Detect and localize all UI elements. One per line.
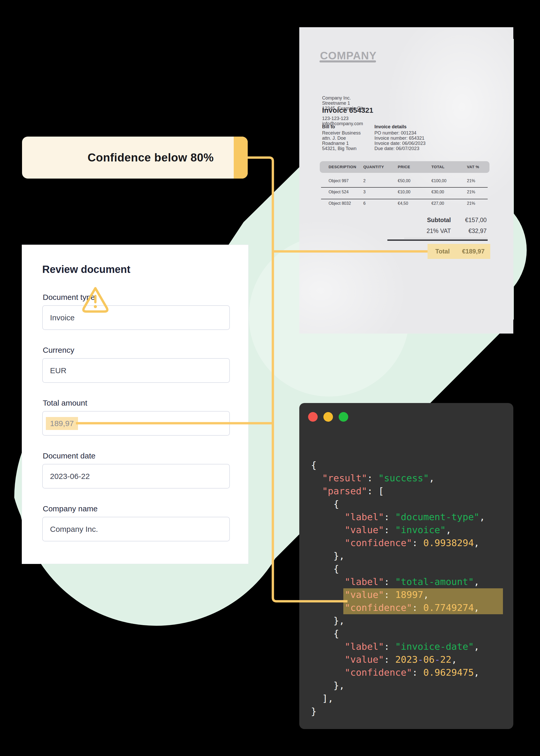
table-cell: 3	[363, 190, 366, 194]
code-token: },	[311, 550, 344, 561]
code-token: ,	[451, 654, 457, 665]
code-token: 2023	[395, 654, 418, 665]
field-input-document-date[interactable]: 2023-06-22	[42, 464, 230, 489]
code-token: "label"	[344, 641, 384, 652]
bill-to-line: 54321, Big Town	[322, 146, 361, 151]
code-line: },	[311, 614, 485, 627]
zoom-window-icon[interactable]	[339, 412, 348, 422]
table-cell: Object 8032	[329, 201, 351, 206]
code-token: "invoice"	[395, 525, 446, 535]
field-label: Company name	[43, 504, 98, 513]
table-cell: 21%	[467, 179, 475, 183]
code-token: "confidence"	[344, 537, 412, 548]
table-header-cell: TOTAL	[431, 165, 445, 169]
code-line-highlighted: "value": 18997,	[311, 588, 485, 601]
invoice-number-title: Invoice 654321	[322, 106, 373, 114]
total-highlight: Total €189,97	[428, 244, 490, 259]
table-header-cell: DESCRIPTION	[329, 165, 356, 169]
code-line: ],	[311, 692, 485, 705]
code-line: "confidence": 0.9629475,	[311, 666, 485, 679]
invoice-details-line: PO number: 001234	[374, 130, 426, 136]
code-token: ,	[429, 473, 435, 483]
subtotal-value: €157,00	[465, 217, 486, 224]
bill-to-line: attn. J. Doe	[322, 136, 361, 141]
field-value: Company Inc.	[50, 525, 98, 533]
field-input-total-amount[interactable]: 189,97	[42, 411, 230, 436]
code-token: "confidence"	[344, 602, 412, 613]
field-input-currency[interactable]: EUR	[42, 358, 230, 383]
code-line: }	[311, 705, 485, 718]
field-input-document-type[interactable]: Invoice	[42, 305, 230, 330]
table-cell: 6	[363, 201, 366, 206]
code-token	[311, 667, 344, 678]
code-token: ],	[311, 693, 334, 704]
invoice-document: COMPANY Company Inc.Streetname 112345, E…	[299, 27, 513, 334]
table-cell: €100,00	[431, 179, 447, 183]
code-line: {	[311, 627, 485, 640]
table-cell: €4,50	[398, 201, 408, 206]
logo-underline	[320, 61, 376, 63]
warning-triangle-icon	[51, 142, 81, 173]
code-token: "result"	[322, 473, 367, 483]
code-token: ,	[479, 512, 485, 522]
bill-to-block: Receiver Businessattn. J. DoeRoadname 15…	[322, 130, 361, 151]
badge-accent-bar	[234, 137, 248, 179]
illustration-canvas: Confidence below 80% COMPANY Company Inc…	[0, 0, 540, 756]
code-token: {	[311, 499, 339, 509]
code-token: "total-amount"	[395, 576, 474, 587]
close-window-icon[interactable]	[308, 412, 318, 422]
bill-to-heading: Bill to	[322, 124, 335, 130]
table-header-cell: VAT %	[467, 165, 479, 169]
code-token: ,	[446, 525, 451, 535]
json-code-block: { "result": "success", "parsed": [ { "la…	[311, 459, 485, 718]
code-token: :	[384, 589, 395, 600]
panel-title: Review document	[42, 263, 130, 275]
code-token: "document-type"	[395, 512, 479, 522]
code-token: 0.9938294	[423, 537, 474, 548]
field-value: Invoice	[50, 313, 74, 322]
table-cell: 21%	[467, 190, 475, 194]
code-line: "confidence": 0.9938294,	[311, 536, 485, 549]
code-token: :	[384, 525, 395, 535]
code-token: ,	[474, 576, 479, 587]
field-input-company-name[interactable]: Company Inc.	[42, 517, 230, 541]
code-token: ,	[474, 667, 479, 678]
code-line: {	[311, 498, 485, 511]
code-token: ,	[474, 537, 479, 548]
code-token: {	[311, 460, 317, 470]
code-line: "result": "success",	[311, 472, 485, 485]
code-token: 0.7749274	[423, 602, 474, 613]
code-token: :	[412, 667, 423, 678]
subtotal-label: Subtotal	[427, 217, 451, 224]
code-line: "label": "total-amount",	[311, 575, 485, 588]
code-token: "value"	[344, 589, 384, 600]
code-token	[311, 486, 322, 496]
code-token: :	[384, 512, 395, 522]
invoice-table-header: DESCRIPTIONQUANTITYPRICETOTALVAT %	[320, 161, 489, 173]
table-cell: €30,00	[431, 190, 444, 194]
table-cell: 21%	[467, 201, 475, 206]
code-token	[311, 654, 344, 665]
table-cell: €10,00	[398, 190, 410, 194]
code-token: "confidence"	[344, 667, 412, 678]
invoice-details-heading: Invoice details	[374, 124, 407, 130]
code-token	[311, 512, 344, 522]
code-token: -	[418, 654, 423, 665]
minimize-window-icon[interactable]	[324, 412, 333, 422]
field-value: 2023-06-22	[50, 472, 90, 481]
code-token: -	[435, 654, 440, 665]
code-token: "parsed"	[322, 486, 367, 496]
invoice-details-line: Invoice number: 654321	[374, 136, 426, 141]
table-cell: 2	[363, 179, 366, 183]
form-field: Total amount189,97	[42, 398, 230, 437]
confidence-warning-badge: Confidence below 80%	[22, 137, 248, 179]
code-token	[311, 537, 344, 548]
code-token: ,	[423, 589, 429, 600]
code-line-highlighted: "confidence": 0.7749274,	[311, 601, 485, 614]
total-label: Total	[435, 244, 450, 259]
code-token	[311, 473, 322, 483]
company-address-line: Company Inc.	[322, 95, 365, 100]
code-token: :	[384, 576, 395, 587]
code-line: {	[311, 562, 485, 575]
code-line: "value": "invoice",	[311, 524, 485, 536]
